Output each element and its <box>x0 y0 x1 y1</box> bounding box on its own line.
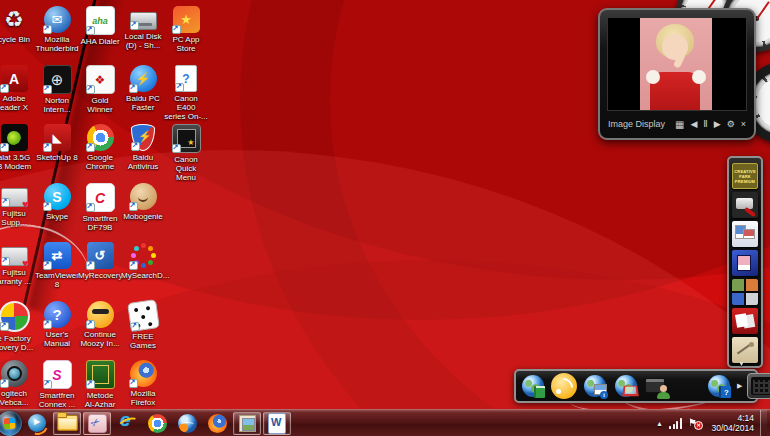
desktop-icon-norton-internet-security[interactable]: NortonIntern... <box>35 65 79 114</box>
photo-layout-tile[interactable] <box>732 250 758 276</box>
settings-icon[interactable]: ⚙ <box>727 119 735 129</box>
desktop-icon-canon-e400-series[interactable]: Canon E400series On-... <box>164 65 208 121</box>
taskbar-photo-viewer[interactable] <box>233 412 261 435</box>
desktop-icon-mobogenie[interactable]: Mobogenie <box>121 183 165 221</box>
desktop-icon-teamviewer-8[interactable]: TeamViewer8 <box>35 242 79 289</box>
myrecovery-icon <box>87 242 114 269</box>
canon-e400-series-icon <box>175 65 197 92</box>
sidebar-collapse-arrow-icon[interactable]: ▼ <box>738 360 745 367</box>
wireless-service-button[interactable] <box>551 373 577 399</box>
image-display-gadget[interactable]: Image Display ▦◀Ⅱ▶⚙× <box>598 8 756 140</box>
desktop-icon-recycle-bin[interactable]: cycle Bin <box>0 6 36 44</box>
desktop-icon-users-manual[interactable]: User'sManual <box>35 301 79 348</box>
browser-globe-icon <box>178 414 197 433</box>
dock-expand-arrow-icon[interactable]: ▶ <box>737 382 742 390</box>
desktop-icon-mysearchdial[interactable]: MySearchD... <box>121 242 165 280</box>
online-manual-button[interactable] <box>708 375 730 397</box>
taskbar-buttons <box>0 410 292 436</box>
keypad-grid-icon <box>751 377 770 395</box>
tile-text: CREATIVE PARK PREMIUM <box>733 169 757 184</box>
desktop-icon-smartfren-connex[interactable]: SmartfrenConnex ... <box>35 360 79 409</box>
close-icon[interactable]: × <box>741 119 746 129</box>
quick-menu-sidebar: CREATIVE PARK PREMIUM <box>727 156 763 368</box>
photo-grid-tile[interactable] <box>732 279 758 305</box>
desktop-icon-local-disk-d[interactable]: Local Disk(D) - Sh... <box>121 6 165 50</box>
printer-settings-tile[interactable] <box>732 192 758 218</box>
taskbar-internet-explorer[interactable] <box>113 412 141 435</box>
photo-print-tile[interactable] <box>732 308 758 334</box>
network-signal-icon[interactable] <box>669 418 682 429</box>
mozilla-firefox-icon <box>130 360 157 387</box>
desktop-icon-google-chrome[interactable]: GoogleChrome <box>78 124 122 171</box>
desktop-icon-canon-quick-menu[interactable]: Canon QuickMenu <box>164 124 208 182</box>
wmp-icon <box>28 414 46 432</box>
explorer-icon <box>57 415 78 431</box>
taskbar-baidu-browser[interactable] <box>173 412 201 435</box>
show-desktop-button[interactable] <box>760 410 767 436</box>
factory-recovery-disk-icon <box>0 301 30 332</box>
desktop-icon-label: SmartfrenDF79B <box>78 214 122 232</box>
taskbar-firefox[interactable] <box>203 412 231 435</box>
desktop-icon-baidu-antivirus[interactable]: BaiduAntivirus <box>121 124 165 171</box>
desktop-icon-modem-3-5g[interactable]: alat 3.5GB Modem <box>0 124 36 171</box>
desktop-icon-pc-app-store[interactable]: PC App Store <box>164 6 208 53</box>
taskbar-word[interactable] <box>263 412 291 435</box>
gold-winner-icon <box>86 65 115 94</box>
desktop-icon-label: User'sManual <box>35 330 79 348</box>
taskbar-dialer-app[interactable] <box>83 412 111 435</box>
desktop-icon-free-games[interactable]: FREE Games <box>121 301 165 350</box>
quick-menu-main-button[interactable] <box>747 373 770 399</box>
shortcut-arrow-icon <box>0 322 9 331</box>
slideshow-photo <box>640 18 712 110</box>
show-hidden-icons-button[interactable]: ▲ <box>656 420 663 427</box>
desktop-icon-fujitsu-warranty[interactable]: Fujitsuarranty ... <box>0 242 36 286</box>
desktop-icon-skype[interactable]: Skype <box>35 183 79 221</box>
creative-park-premium-tile[interactable]: CREATIVE PARK PREMIUM <box>732 163 758 189</box>
scan-drawing-tile[interactable] <box>732 337 758 363</box>
desktop-icon-factory-recovery-disk[interactable]: e Factorycovery D... <box>0 301 36 352</box>
desktop-icon-fujitsu-support[interactable]: FujitsuSupp... <box>0 183 36 227</box>
desktop-icon-smartfren-df79b[interactable]: SmartfrenDF79B <box>78 183 122 232</box>
desktop-icon-sketchup-8[interactable]: SketchUp 8 <box>35 124 79 162</box>
taskbar-google-chrome[interactable] <box>143 412 171 435</box>
desktop-icon-mozilla-firefox[interactable]: MozillaFirefox <box>121 360 165 407</box>
printer-support-button[interactable] <box>644 373 670 399</box>
shortcut-arrow-icon <box>86 320 95 329</box>
taskbar: ▲ ⚑✕ 4:14 30/04/2014 <box>0 409 770 436</box>
quick-menu-dock: ▶ <box>514 369 758 403</box>
shortcut-arrow-icon <box>130 21 139 30</box>
desktop-icon-baidu-pc-faster[interactable]: Baidu PCFaster <box>121 65 165 112</box>
pause-icon[interactable]: Ⅱ <box>703 119 707 129</box>
sketchup-8-icon <box>44 124 71 151</box>
desktop-icon-label: BaiduAntivirus <box>121 153 165 171</box>
thumbnail-view-icon[interactable]: ▦ <box>675 119 684 130</box>
action-center-flag-icon[interactable]: ⚑✕ <box>688 417 700 429</box>
tray-time: 4:14 <box>706 413 754 423</box>
desktop-icon-label: alat 3.5GB Modem <box>0 153 36 171</box>
desktop-icon-mozilla-thunderbird[interactable]: MozillaThunderbird <box>35 6 79 53</box>
desktop-icon-adobe-reader-x[interactable]: Adobeeader X <box>0 65 36 112</box>
photo-sharing-button[interactable] <box>584 375 606 397</box>
online-shop-button[interactable] <box>615 375 637 397</box>
web-service-button[interactable] <box>522 375 544 397</box>
action-center-alert-badge: ✕ <box>694 421 703 430</box>
photo-collage-tile[interactable] <box>732 221 758 247</box>
next-icon[interactable]: ▶ <box>714 119 721 129</box>
previous-icon[interactable]: ◀ <box>690 119 697 129</box>
desktop-icon-metode-al-azhar[interactable]: MetodeAl-Azhar <box>78 360 122 409</box>
start-button[interactable] <box>0 411 22 436</box>
ie-icon <box>117 413 137 433</box>
desktop-icon-label: Adobeeader X <box>0 94 36 112</box>
desktop-icon-logitech-webcam[interactable]: ogitechVebca... <box>0 360 36 407</box>
desktop-icon-continue-moozy[interactable]: ContinueMoozy In... <box>78 301 122 348</box>
tray-clock[interactable]: 4:14 30/04/2014 <box>706 413 754 433</box>
desktop-icon-label: Gold Winner <box>78 96 122 114</box>
desktop-icon-myrecovery[interactable]: MyRecovery <box>78 242 122 280</box>
logitech-webcam-icon <box>1 360 28 387</box>
shortcut-arrow-icon <box>129 261 138 270</box>
desktop-icon-gold-winner[interactable]: Gold Winner <box>78 65 122 114</box>
taskbar-windows-media-player[interactable] <box>23 412 51 435</box>
manual-button[interactable] <box>675 373 701 399</box>
taskbar-windows-explorer[interactable] <box>53 412 81 435</box>
desktop-icon-aha-dialer[interactable]: AHA Dialer <box>78 6 122 46</box>
